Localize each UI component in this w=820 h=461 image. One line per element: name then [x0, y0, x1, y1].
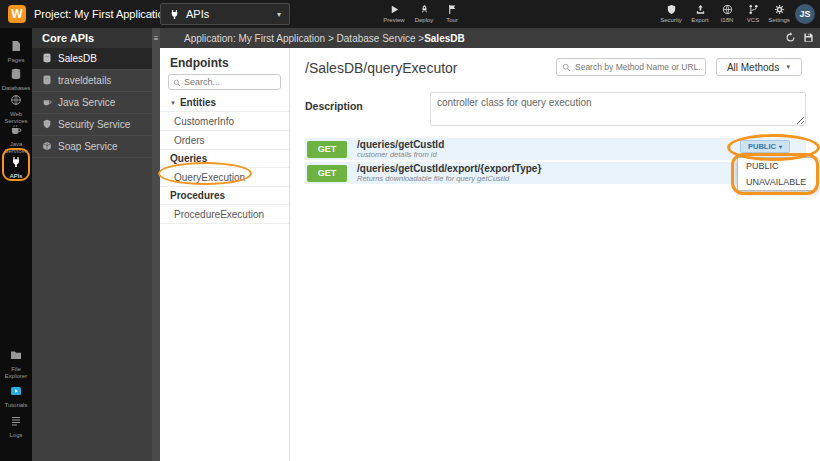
api-detail-panel: /SalesDB/queryExecutor All Methods ▼ Des…: [290, 48, 820, 461]
database-icon: [10, 66, 22, 84]
rail-item-java-services[interactable]: Java Services: [0, 122, 32, 155]
endpoint-summary: customer details from id: [357, 150, 444, 159]
service-item-security-service[interactable]: Security Service: [32, 114, 152, 136]
rail-item-pages[interactable]: Pages: [0, 38, 32, 64]
access-label: PUBLIC: [748, 142, 776, 151]
section-queries[interactable]: Queries: [160, 150, 289, 168]
page-title: /SalesDB/queryExecutor: [305, 60, 458, 76]
rail-label-logs: Logs: [8, 432, 23, 439]
service-item-label: traveldetails: [58, 75, 111, 86]
services-panel-title: Core APIs: [42, 32, 94, 44]
rail-item-web-services[interactable]: Web Services: [0, 92, 32, 125]
endpoints-title: Endpoints: [160, 48, 289, 72]
export-icon: [695, 3, 706, 15]
service-item-salesdb[interactable]: SalesDB: [32, 48, 152, 70]
refresh-icon[interactable]: [785, 29, 796, 47]
wavemaker-studio: W Project: My First Application › APIs ▾…: [0, 0, 820, 461]
section-procedures[interactable]: Procedures: [160, 187, 289, 205]
wavemaker-logo[interactable]: W: [8, 5, 26, 23]
flag-icon: [447, 3, 458, 15]
api-icon: [10, 154, 22, 172]
rail-item-databases[interactable]: Databases: [0, 66, 32, 92]
service-item-traveldetails[interactable]: traveldetails: [32, 70, 152, 92]
section-entities-label: Entities: [180, 97, 216, 108]
method-filter-label: All Methods: [727, 62, 779, 73]
endpoints-search-input[interactable]: [184, 77, 276, 87]
service-item-label: Security Service: [58, 119, 130, 130]
endpoint-path: /queries/getCustId: [357, 139, 444, 150]
endpoint-row-texts: /queries/getCustId/export/{exportType} R…: [357, 163, 541, 183]
deploy-label: Deploy: [415, 17, 434, 23]
method-filter-dropdown[interactable]: All Methods ▼: [716, 58, 802, 76]
menu-item-public[interactable]: PUBLIC: [738, 158, 816, 174]
rail-label-pages: Pages: [6, 57, 25, 64]
rail-item-logs[interactable]: Logs: [0, 413, 32, 439]
description-textarea[interactable]: controller class for query execution: [430, 92, 806, 126]
service-item-label: Soap Service: [58, 141, 117, 152]
shield-icon: [666, 3, 677, 15]
tour-button[interactable]: Tour: [436, 3, 468, 23]
endpoint-row-texts: /queries/getCustId customer details from…: [357, 139, 444, 159]
database-icon: [42, 53, 52, 65]
user-avatar[interactable]: JS: [795, 4, 815, 24]
endpoint-row-getcustid[interactable]: GET /queries/getCustId customer details …: [305, 138, 806, 160]
rail-item-apis[interactable]: APIs: [0, 154, 32, 180]
endpoint-row-getcustid-export[interactable]: GET /queries/getCustId/export/{exportTyp…: [305, 162, 806, 184]
method-search: [556, 58, 706, 76]
export-label: Export: [691, 17, 708, 23]
collapse-handle-icon[interactable]: ≡: [152, 34, 160, 43]
security-button[interactable]: Security: [655, 3, 687, 23]
play-icon: [389, 3, 400, 15]
workspace-selector-label: APIs: [186, 8, 209, 20]
access-dropdown-button[interactable]: PUBLIC ▾: [740, 140, 790, 153]
service-item-label: Java Service: [58, 97, 115, 108]
panel-resize-strip[interactable]: ≡: [152, 28, 160, 461]
globe-icon: [10, 92, 22, 110]
endpoint-item-customerinfo[interactable]: CustomerInfo: [160, 112, 289, 131]
rail-label-file-explorer: File Explorer: [0, 366, 32, 380]
menu-item-unavailable[interactable]: UNAVAILABLE: [738, 174, 816, 190]
rail-item-tutorials[interactable]: Tutorials: [0, 383, 32, 409]
section-queries-label: Queries: [170, 153, 207, 164]
service-item-soap-service[interactable]: Soap Service: [32, 136, 152, 158]
search-icon: [173, 73, 181, 91]
pages-icon: [10, 38, 22, 56]
method-search-input[interactable]: [575, 62, 700, 72]
endpoint-path: /queries/getCustId/export/{exportType}: [357, 163, 541, 174]
endpoints-search: [168, 74, 281, 90]
section-entities[interactable]: ▼ Entities: [160, 94, 289, 112]
left-rail: Pages Databases Web Services Java Servic…: [0, 28, 32, 461]
endpoint-item-orders[interactable]: Orders: [160, 131, 289, 150]
topbar: W Project: My First Application › APIs ▾…: [0, 0, 820, 28]
chevron-right-icon: ›: [149, 6, 153, 21]
services-panel: Core APIs SalesDB traveldetails Java Ser…: [32, 28, 160, 461]
endpoint-item-procedureexecution[interactable]: ProcedureExecution: [160, 205, 289, 224]
caret-down-icon: ▼: [785, 64, 791, 70]
save-icon[interactable]: [803, 29, 814, 47]
rail-item-file-explorer[interactable]: File Explorer: [0, 347, 32, 380]
caret-down-icon: ▾: [779, 143, 782, 150]
service-item-java-service[interactable]: Java Service: [32, 92, 152, 114]
service-item-label: SalesDB: [58, 53, 97, 64]
rocket-icon: [419, 3, 430, 15]
shield-icon: [42, 119, 52, 131]
database-icon: [42, 75, 52, 87]
list-lines-icon: [10, 413, 22, 431]
preview-button[interactable]: Preview: [378, 3, 410, 23]
search-icon: [562, 58, 571, 76]
breadcrumb-actions: [785, 28, 814, 48]
security-label: Security: [660, 17, 682, 23]
settings-button[interactable]: Settings: [763, 3, 795, 23]
cube-icon: [42, 141, 52, 153]
endpoint-item-queryexecution[interactable]: QueryExecution: [160, 168, 289, 187]
caret-down-icon: ▼: [170, 100, 176, 106]
access-dropdown-menu: PUBLIC UNAVAILABLE: [737, 157, 817, 191]
rail-label-apis: APIs: [9, 173, 24, 180]
branch-icon: [748, 3, 759, 15]
folder-icon: [10, 347, 22, 365]
section-procedures-label: Procedures: [170, 190, 225, 201]
workspace-selector[interactable]: APIs ▾: [160, 3, 290, 25]
breadcrumb: Application: My First Application > Data…: [184, 33, 424, 44]
coffee-icon: [42, 97, 52, 109]
method-get-badge: GET: [307, 141, 347, 158]
